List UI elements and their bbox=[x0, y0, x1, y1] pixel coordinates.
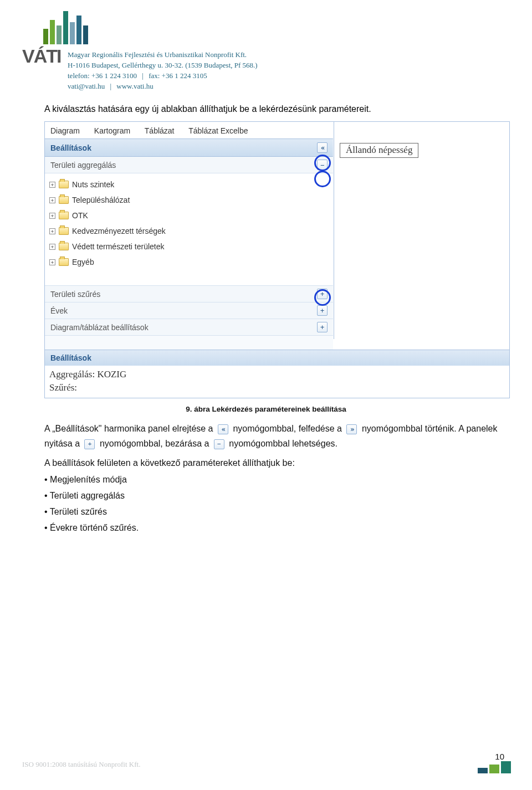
tree-item[interactable]: +Egyéb bbox=[49, 254, 333, 270]
header-address-block: Magyar Regionális Fejlesztési és Urbanis… bbox=[68, 50, 258, 91]
tab-tablazat[interactable]: Táblázat bbox=[145, 126, 175, 135]
company-phone: telefon: +36 1 224 3100 | fax: +36 1 224… bbox=[68, 71, 258, 81]
inline-expand-icon: » bbox=[346, 424, 357, 434]
footer-status: Aggregálás: KOZIG Szűrés: bbox=[45, 366, 509, 398]
area-aggregation-label: Területi aggregálás bbox=[50, 161, 116, 170]
area-aggregation-collapse-button[interactable]: − bbox=[317, 160, 328, 170]
settings-header: Beállítások « bbox=[45, 138, 333, 157]
tree-item[interactable]: +Védett természeti területek bbox=[49, 239, 333, 254]
blank-row bbox=[45, 335, 333, 350]
tree-expand-icon[interactable]: + bbox=[49, 213, 55, 219]
inline-collapse-icon: « bbox=[218, 424, 228, 434]
page-number: 10 bbox=[495, 752, 504, 761]
corner-bars-icon bbox=[478, 761, 511, 773]
chart-settings-row: Diagram/táblázat beállítások + bbox=[45, 319, 333, 335]
years-row: Évek + bbox=[45, 302, 333, 319]
area-filter-label: Területi szűrés bbox=[50, 290, 100, 299]
folder-icon bbox=[59, 196, 69, 204]
area-filter-expand-button[interactable]: + bbox=[317, 289, 328, 299]
footer-settings-header: Beállítások bbox=[45, 350, 509, 366]
logo-bars-icon bbox=[43, 6, 100, 44]
right-panel: Állandó népesség bbox=[334, 122, 509, 339]
tree-expand-icon[interactable]: + bbox=[49, 197, 55, 203]
chart-settings-expand-button[interactable]: + bbox=[317, 322, 328, 332]
tree-item[interactable]: +OTK bbox=[49, 208, 333, 223]
footer-settings-title: Beállítások bbox=[50, 353, 91, 362]
collapse-settings-button[interactable]: « bbox=[317, 142, 328, 153]
list-item: Megjelenítés módja bbox=[44, 472, 510, 487]
years-expand-button[interactable]: + bbox=[317, 305, 328, 316]
company-address: H-1016 Budapest, Gellérthegy u. 30-32. (… bbox=[68, 60, 258, 71]
list-item: Területi aggregálás bbox=[44, 488, 510, 503]
tree-item[interactable]: +Kedvezményezett térségek bbox=[49, 223, 333, 239]
iso-footer: ISO 9001:2008 tanúsítású Nonprofit Kft. bbox=[22, 760, 140, 769]
folder-icon bbox=[59, 227, 69, 235]
area-aggregation-row: Területi aggregálás − bbox=[45, 157, 333, 173]
app-screenshot: Diagram Kartogram Táblázat Táblázat Exce… bbox=[44, 121, 510, 398]
tree-item[interactable]: +Településhálózat bbox=[49, 192, 333, 208]
list-item: Évekre történő szűrés. bbox=[44, 520, 510, 535]
paragraph-1: A „Beállítások" harmonika panel elrejtés… bbox=[44, 421, 510, 451]
tab-tablazat-excel[interactable]: Táblázat Excelbe bbox=[188, 126, 248, 135]
company-links: vati@vati.hu | www.vati.hu bbox=[68, 81, 258, 92]
paragraph-2: A beállítások felületen a következő para… bbox=[44, 455, 510, 470]
tree-expand-icon[interactable]: + bbox=[49, 228, 55, 234]
folder-icon bbox=[59, 212, 69, 219]
company-name: Magyar Regionális Fejlesztési és Urbanis… bbox=[68, 50, 258, 60]
folder-icon bbox=[59, 181, 69, 188]
letterhead: VÁTI Magyar Regionális Fejlesztési és Ur… bbox=[22, 6, 510, 91]
tree-item[interactable]: +Nuts szintek bbox=[49, 177, 333, 192]
intro-text: A kiválasztás hatására egy új ablakban á… bbox=[44, 102, 510, 116]
area-filter-row: Területi szűrés + bbox=[45, 285, 333, 302]
folder-icon bbox=[59, 258, 69, 266]
tree-expand-icon[interactable]: + bbox=[49, 244, 55, 250]
filter-value: Szűrés: bbox=[49, 381, 505, 394]
settings-title: Beállítások bbox=[50, 143, 91, 152]
chart-settings-label: Diagram/táblázat beállítások bbox=[50, 323, 149, 332]
indicator-tag[interactable]: Állandó népesség bbox=[340, 143, 418, 158]
inline-minus-icon: − bbox=[214, 439, 224, 449]
tab-kartogram[interactable]: Kartogram bbox=[94, 126, 130, 135]
tree-expand-icon[interactable]: + bbox=[49, 259, 55, 265]
aggregation-tree: +Nuts szintek +Településhálózat +OTK +Ke… bbox=[45, 173, 333, 285]
figure-caption: 9. ábra Lekérdezés paramétereinek beállí… bbox=[22, 405, 510, 413]
tree-expand-icon[interactable]: + bbox=[49, 182, 55, 188]
years-label: Évek bbox=[50, 306, 68, 315]
inline-plus-icon: + bbox=[84, 439, 95, 449]
list-item: Területi szűrés bbox=[44, 504, 510, 519]
bullet-list: Megjelenítés módja Területi aggregálás T… bbox=[44, 472, 510, 536]
aggregation-value: Aggregálás: KOZIG bbox=[49, 368, 505, 381]
folder-icon bbox=[59, 243, 69, 250]
page: VÁTI Magyar Regionális Fejlesztési és Ur… bbox=[0, 0, 532, 790]
tab-diagram[interactable]: Diagram bbox=[50, 126, 80, 135]
